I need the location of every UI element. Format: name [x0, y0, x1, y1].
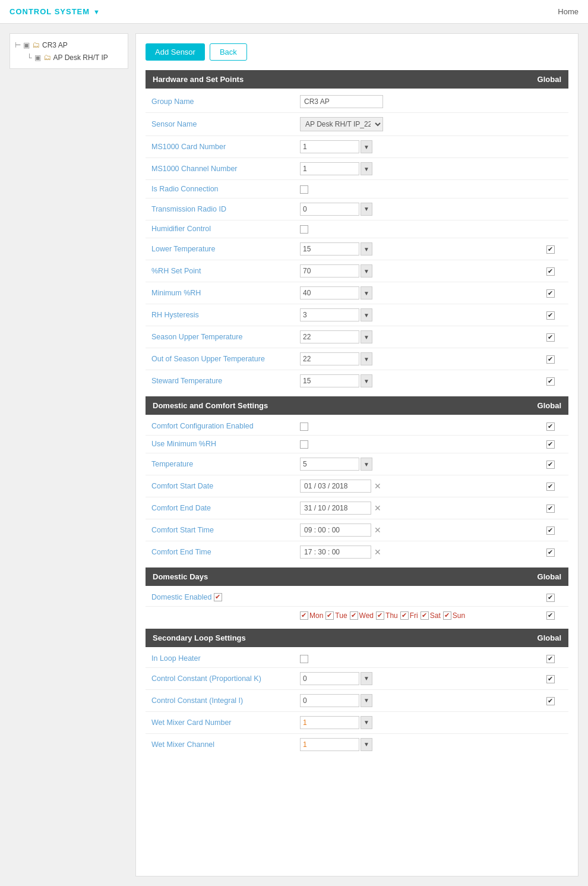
spinner-input-season-upper-temperature[interactable] [300, 330, 359, 343]
global-checkbox[interactable] [546, 611, 555, 620]
datetime-group: ✕ [300, 546, 527, 559]
spinner-button[interactable]: ▼ [361, 264, 372, 278]
nav-dropdown-arrow[interactable]: ▼ [93, 8, 100, 15]
table-row: Comfort Start Date✕ [146, 475, 568, 497]
spinner-input-lower-temperature[interactable] [300, 242, 359, 256]
global-checkbox[interactable] [546, 526, 555, 535]
back-button[interactable]: Back [210, 43, 247, 61]
table-row: Wet Mixer Channel▼ [146, 733, 568, 755]
spinner-input-%rh-set-point[interactable] [300, 264, 359, 278]
datetime-input-comfort-start-time[interactable] [300, 524, 371, 537]
spinner-input-minimum-%rh[interactable] [300, 286, 359, 299]
global-checkbox[interactable] [546, 594, 555, 602]
checkbox-comfort-configuration-enabled[interactable] [300, 422, 308, 431]
datetime-clear-button[interactable]: ✕ [372, 503, 383, 513]
spinner-button[interactable]: ▼ [361, 286, 372, 299]
day-item-wed[interactable]: Wed [350, 611, 374, 620]
spinner-button[interactable]: ▼ [361, 308, 372, 321]
spinner-button[interactable]: ▼ [361, 458, 372, 471]
global-checkbox[interactable] [546, 245, 555, 254]
global-checkbox[interactable] [546, 461, 555, 469]
checkbox-use-minimum-%rh[interactable] [300, 440, 308, 449]
datetime-input-comfort-start-date[interactable] [300, 480, 371, 493]
day-item-thu[interactable]: Thu [376, 611, 398, 620]
global-checkbox[interactable] [546, 483, 555, 491]
day-checkbox-sun[interactable] [443, 611, 451, 620]
global-checkbox[interactable] [546, 289, 555, 298]
field-label: Comfort Start Time [151, 526, 214, 534]
spinner-input-wet-mixer-card-number[interactable] [300, 716, 359, 729]
spinner-group: ▼ [300, 308, 527, 321]
spinner-button[interactable]: ▼ [361, 352, 372, 365]
spinner-input-ms1000-channel-number[interactable] [300, 162, 359, 175]
checkbox-is-radio-connection[interactable] [300, 185, 308, 194]
datetime-input-comfort-end-time[interactable] [300, 546, 371, 559]
spinner-input-rh-hysteresis[interactable] [300, 308, 359, 321]
section-title: Domestic Days [153, 572, 208, 581]
global-checkbox[interactable] [546, 311, 555, 320]
datetime-group: ✕ [300, 524, 527, 537]
spinner-input-control-constant-(proportional-k)[interactable] [300, 672, 359, 685]
day-checkbox-wed[interactable] [350, 611, 358, 620]
spinner-button[interactable]: ▼ [361, 672, 372, 685]
datetime-input-comfort-end-date[interactable] [300, 502, 371, 515]
day-checkbox-thu[interactable] [376, 611, 384, 620]
global-checkbox[interactable] [546, 440, 555, 449]
global-checkbox[interactable] [546, 333, 555, 342]
checkbox-in-loop-heater[interactable] [300, 655, 308, 663]
spinner-button[interactable]: ▼ [361, 162, 372, 175]
day-checkbox-tue[interactable] [325, 611, 334, 620]
checkbox-domestic-enabled[interactable] [214, 593, 222, 601]
spinner-button[interactable]: ▼ [361, 203, 372, 216]
datetime-clear-button[interactable]: ✕ [372, 525, 383, 535]
global-checkbox[interactable] [546, 655, 555, 663]
sections-container: Hardware and Set PointsGlobalGroup NameS… [146, 70, 568, 755]
spinner-group: ▼ [300, 203, 527, 216]
spinner-input-ms1000-card-number[interactable] [300, 140, 359, 153]
table-row: Comfort End Date✕ [146, 497, 568, 519]
global-checkbox[interactable] [546, 548, 555, 557]
home-link[interactable]: Home [558, 7, 578, 16]
day-checkbox-mon[interactable] [300, 611, 308, 620]
day-item-sun[interactable]: Sun [443, 611, 465, 620]
day-item-fri[interactable]: Fri [400, 611, 418, 620]
spinner-button[interactable]: ▼ [361, 374, 372, 387]
spinner-input-out-of-season-upper-temperature[interactable] [300, 352, 359, 365]
spinner-input-transmission-radio-id[interactable] [300, 203, 359, 216]
global-checkbox[interactable] [546, 697, 555, 705]
spinner-input-control-constant-(integral-i)[interactable] [300, 694, 359, 707]
global-label: Global [538, 401, 561, 410]
spinner-button[interactable]: ▼ [361, 242, 372, 256]
add-sensor-button[interactable]: Add Sensor [146, 43, 205, 61]
day-item-mon[interactable]: Mon [300, 611, 323, 620]
spinner-input-wet-mixer-channel[interactable] [300, 738, 359, 751]
global-checkbox[interactable] [546, 675, 555, 683]
datetime-clear-button[interactable]: ✕ [372, 547, 383, 557]
global-checkbox[interactable] [546, 377, 555, 386]
spinner-button[interactable]: ▼ [361, 140, 372, 153]
spinner-button[interactable]: ▼ [361, 738, 372, 751]
global-checkbox[interactable] [546, 505, 555, 513]
day-checkbox-sat[interactable] [421, 611, 429, 620]
day-label-sat: Sat [430, 611, 441, 620]
select-sensor-name[interactable]: AP Desk RH/T IP_229 [300, 117, 383, 131]
spinner-button[interactable]: ▼ [361, 694, 372, 707]
spinner-button[interactable]: ▼ [361, 716, 372, 729]
day-item-sat[interactable]: Sat [421, 611, 441, 620]
table-row: Control Constant (Proportional K)▼ [146, 667, 568, 689]
spinner-input-steward-temperature[interactable] [300, 374, 359, 387]
day-item-tue[interactable]: Tue [325, 611, 347, 620]
global-checkbox[interactable] [546, 355, 555, 364]
global-checkbox[interactable] [546, 267, 555, 276]
field-label: Group Name [151, 97, 194, 106]
input-group-name[interactable] [300, 95, 383, 108]
spinner-input-temperature[interactable] [300, 458, 359, 471]
day-checkbox-fri[interactable] [400, 611, 409, 620]
spinner-button[interactable]: ▼ [361, 330, 372, 343]
global-checkbox[interactable] [546, 422, 555, 431]
checkbox-humidifier-control[interactable] [300, 225, 308, 234]
table-row: MS1000 Channel Number▼ [146, 158, 568, 180]
datetime-clear-button[interactable]: ✕ [372, 481, 383, 491]
tree-item-cr3ap[interactable]: ⊢ ▣ 🗂 CR3 AP [15, 39, 123, 51]
tree-item-desk[interactable]: └ ▣ 🗂 AP Desk RH/T IP [15, 51, 123, 64]
